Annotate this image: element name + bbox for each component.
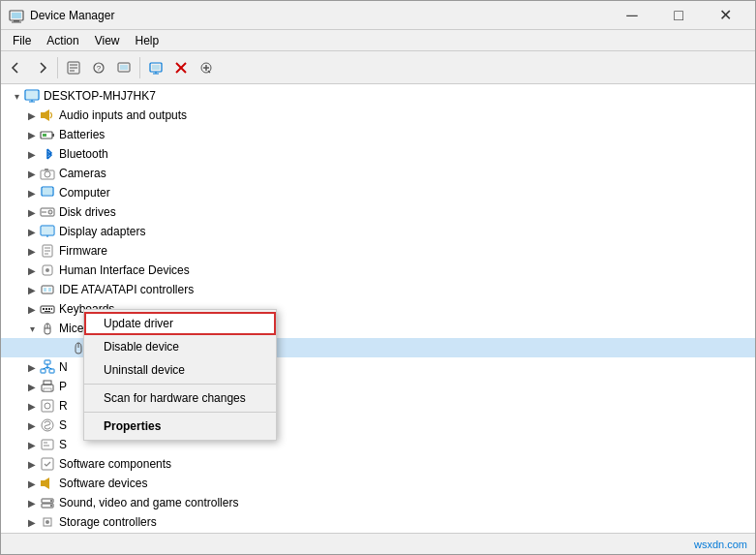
minimize-button[interactable]: ─ <box>610 1 654 30</box>
software-comp-label: S <box>59 438 67 451</box>
tree-item-computer[interactable]: ▶ Computer <box>1 183 755 202</box>
svg-point-35 <box>50 212 51 213</box>
context-menu-scan[interactable]: Scan for hardware changes <box>84 386 276 410</box>
tree-item-hid[interactable]: ▶ Human Interface Devices <box>1 261 755 280</box>
tree-item-audio[interactable]: ▶ Audio inputs and outputs <box>1 106 755 125</box>
svg-rect-23 <box>41 112 45 118</box>
disk-label: Disk drives <box>59 205 116 219</box>
mice-expander[interactable]: ▾ <box>24 321 40 336</box>
toolbar-scan[interactable] <box>112 56 136 79</box>
ide-expander[interactable]: ▶ <box>24 282 40 297</box>
window-controls: ─ □ ✕ <box>610 1 747 30</box>
toolbar-delete[interactable] <box>169 56 193 79</box>
software-dev-label: Software components <box>59 457 171 471</box>
menu-file[interactable]: File <box>5 32 39 49</box>
hid-expander[interactable]: ▶ <box>24 262 40 278</box>
maximize-button[interactable]: □ <box>656 1 701 30</box>
toolbar-add-driver[interactable] <box>195 56 218 79</box>
toolbar: ? <box>1 51 755 84</box>
window-title: Device Manager <box>30 9 610 22</box>
bluetooth-icon <box>40 146 55 162</box>
tree-item-disk[interactable]: ▶ Disk drives <box>1 202 755 222</box>
svg-rect-74 <box>41 480 45 486</box>
tree-item-storage[interactable]: ▶ Sound, video and game controllers <box>1 493 755 512</box>
status-bar: wsxdn.com <box>1 533 755 554</box>
s-expander[interactable]: ▶ <box>24 417 40 433</box>
toolbar-forward[interactable] <box>30 56 53 79</box>
svg-point-68 <box>45 403 50 409</box>
close-button[interactable]: ✕ <box>703 1 747 30</box>
computer-icon2 <box>40 185 55 200</box>
tree-item-usb[interactable]: ▶ System devices <box>1 532 755 533</box>
bluetooth-label: Bluetooth <box>59 147 108 161</box>
storage-expander[interactable]: ▶ <box>24 495 40 510</box>
context-menu-disable-device[interactable]: Disable device <box>84 335 276 358</box>
svg-point-81 <box>45 520 49 524</box>
svg-rect-13 <box>152 65 160 70</box>
svg-rect-59 <box>41 369 45 373</box>
svg-rect-26 <box>43 134 46 137</box>
disk-expander[interactable]: ▶ <box>24 204 40 220</box>
audio-expander[interactable]: ▶ <box>24 108 40 123</box>
menu-action[interactable]: Action <box>39 32 86 49</box>
svg-rect-50 <box>43 308 45 310</box>
display-expander[interactable]: ▶ <box>24 224 40 239</box>
toolbar-update[interactable]: ? <box>87 56 110 79</box>
r-expander[interactable]: ▶ <box>24 398 40 414</box>
cameras-expander[interactable]: ▶ <box>24 166 40 181</box>
toolbar-monitor[interactable] <box>144 56 167 79</box>
disk-icon <box>40 204 55 220</box>
tree-item-display[interactable]: ▶ Display adapters <box>1 222 755 241</box>
keyboards-expander[interactable]: ▶ <box>24 301 40 317</box>
context-menu-properties[interactable]: Properties <box>84 415 276 438</box>
tree-root[interactable]: ▾ DESKTOP-MHJ7HK7 <box>1 86 755 106</box>
software-comp-expander[interactable]: ▶ <box>24 437 40 452</box>
app-icon <box>9 8 24 23</box>
r-label: R <box>59 399 68 413</box>
tree-item-software-dev[interactable]: ▶ Software components <box>1 454 755 474</box>
tree-item-sound[interactable]: ▶ Software devices <box>1 474 755 493</box>
menu-help[interactable]: Help <box>128 32 167 49</box>
svg-point-45 <box>45 268 49 272</box>
svg-rect-3 <box>12 21 21 22</box>
svg-rect-11 <box>120 65 128 70</box>
tree-item-batteries[interactable]: ▶ Batteries <box>1 125 755 144</box>
sound-expander[interactable]: ▶ <box>24 476 40 491</box>
display-icon <box>40 224 55 239</box>
software-dev-expander[interactable]: ▶ <box>24 456 40 472</box>
svg-rect-60 <box>49 369 54 373</box>
bluetooth-expander[interactable]: ▶ <box>24 146 40 162</box>
title-bar: Device Manager ─ □ ✕ <box>1 1 755 30</box>
network-expander[interactable]: ▶ <box>24 359 40 375</box>
cameras-label: Cameras <box>59 167 106 180</box>
svg-rect-66 <box>44 388 51 391</box>
network-icon <box>40 359 55 375</box>
tree-item-system[interactable]: ▶ Storage controllers <box>1 512 755 532</box>
firmware-expander[interactable]: ▶ <box>24 243 40 259</box>
svg-rect-58 <box>45 360 50 364</box>
tree-item-firmware[interactable]: ▶ Firmware <box>1 241 755 261</box>
menu-view[interactable]: View <box>87 32 128 49</box>
system-expander[interactable]: ▶ <box>24 514 40 530</box>
printers-expander[interactable]: ▶ <box>24 379 40 394</box>
svg-rect-38 <box>42 227 53 234</box>
toolbar-back[interactable] <box>5 56 28 79</box>
toolbar-properties[interactable] <box>62 56 85 79</box>
toolbar-sep-1 <box>57 57 58 78</box>
context-menu-uninstall-device[interactable]: Uninstall device <box>84 358 276 382</box>
svg-rect-46 <box>42 286 53 293</box>
computer-expander[interactable]: ▶ <box>24 185 40 200</box>
root-expander[interactable]: ▾ <box>9 88 24 104</box>
tree-item-bluetooth[interactable]: ▶ Bluetooth <box>1 144 755 164</box>
batteries-expander[interactable]: ▶ <box>24 127 40 142</box>
tree-item-ide[interactable]: ▶ IDE ATA/ATAPI controllers <box>1 280 755 299</box>
context-menu-update-driver[interactable]: Update driver <box>84 312 276 335</box>
tree-panel[interactable]: ▾ DESKTOP-MHJ7HK7 ▶ Audio inputs and out… <box>1 84 755 533</box>
svg-rect-47 <box>44 288 46 292</box>
software-comp-icon <box>40 437 55 452</box>
tree-item-cameras[interactable]: ▶ Cameras <box>1 164 755 183</box>
svg-text:?: ? <box>97 64 102 73</box>
s-label: S <box>59 418 67 432</box>
context-menu-sep-2 <box>84 412 276 413</box>
s-icon <box>40 417 55 433</box>
